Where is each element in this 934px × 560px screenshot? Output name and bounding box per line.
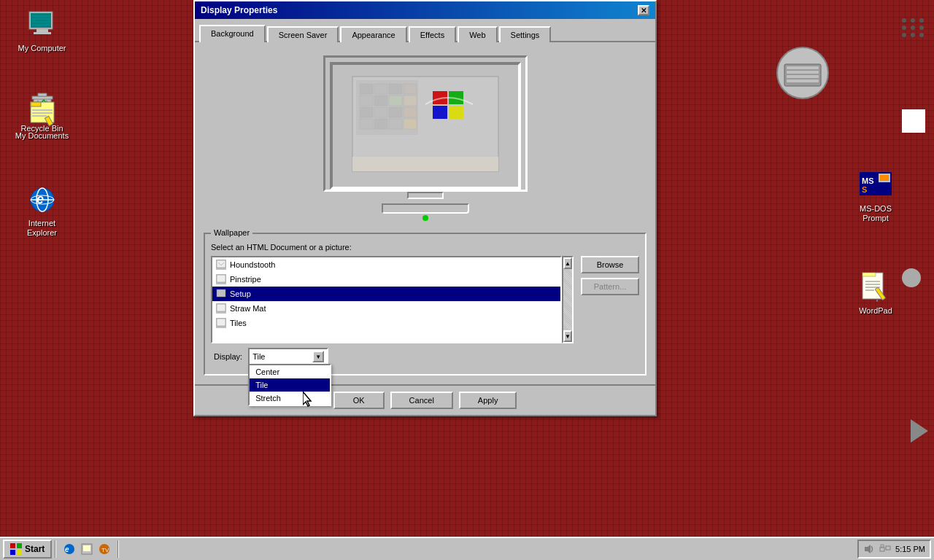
ie-icon: e xyxy=(25,182,60,217)
dialog-titlebar: Display Properties ✕ xyxy=(195,1,655,19)
wallpaper-listbox[interactable]: Houndstooth Pinstripe xyxy=(211,256,562,343)
taskbar-volume-icon[interactable] xyxy=(863,543,875,555)
svg-text:e: e xyxy=(36,192,44,206)
taskbar-network-icon[interactable] xyxy=(879,543,891,555)
tab-screensaver[interactable]: Screen Saver xyxy=(267,26,339,42)
svg-rect-77 xyxy=(10,543,15,548)
dropdown-option-center[interactable]: Center xyxy=(250,365,330,378)
taskbar-icon-ie[interactable]: e xyxy=(62,542,77,556)
wordpad-label: WordPad xyxy=(846,306,905,316)
taskbar-icon-3[interactable]: TV xyxy=(97,542,112,556)
keyboard-icon-area xyxy=(817,22,876,80)
start-button[interactable]: Start xyxy=(3,540,52,559)
wallpaper-item-icon-5 xyxy=(215,317,227,329)
desktop-icon-my-computer[interactable]: My Computer xyxy=(15,7,69,53)
taskbar-icon-2[interactable] xyxy=(80,542,94,556)
svg-rect-78 xyxy=(17,543,22,548)
svg-rect-65 xyxy=(352,157,498,171)
svg-rect-56 xyxy=(404,107,417,117)
wallpaper-group: Wallpaper Select an HTML Document or a p… xyxy=(204,233,647,376)
display-section: Display: Tile ▼ Center Tile Stretch xyxy=(214,348,636,365)
svg-rect-14 xyxy=(32,112,53,114)
wallpaper-item-icon-4 xyxy=(215,303,227,314)
svg-rect-15 xyxy=(32,115,47,117)
list-item-houndstooth[interactable]: Houndstooth xyxy=(212,257,560,272)
svg-rect-79 xyxy=(10,550,15,555)
list-item-label: Houndstooth xyxy=(230,260,275,269)
svg-rect-51 xyxy=(389,96,402,106)
tab-appearance[interactable]: Appearance xyxy=(340,26,406,42)
wordpad-icon xyxy=(858,270,893,305)
svg-rect-71 xyxy=(217,289,225,297)
svg-rect-88 xyxy=(880,548,884,551)
dialog-content: Wallpaper Select an HTML Document or a p… xyxy=(195,41,655,384)
scrollbar-up-btn[interactable]: ▲ xyxy=(563,257,572,269)
list-item-setup[interactable]: Setup xyxy=(212,287,560,301)
wallpaper-side-buttons: Browse Pattern... xyxy=(581,256,639,343)
display-dropdown-wrapper: Tile ▼ Center Tile Stretch xyxy=(248,348,328,365)
svg-rect-46 xyxy=(374,84,387,94)
svg-rect-53 xyxy=(360,107,373,117)
browse-button[interactable]: Browse xyxy=(581,256,639,273)
tab-background[interactable]: Background xyxy=(199,25,266,42)
list-item-tiles[interactable]: Tiles xyxy=(212,316,560,330)
pattern-button[interactable]: Pattern... xyxy=(581,278,639,295)
svg-rect-84 xyxy=(83,545,90,551)
svg-rect-24 xyxy=(787,66,819,69)
list-item-label-2: Pinstripe xyxy=(230,275,261,284)
svg-marker-28 xyxy=(911,419,928,443)
svg-rect-25 xyxy=(787,71,819,74)
ie-label: Internet Explorer xyxy=(15,219,69,238)
dropdown-option-stretch[interactable]: Stretch xyxy=(250,392,330,405)
list-item-label-4: Straw Mat xyxy=(230,304,266,313)
desktop-icon-my-documents[interactable]: My Documents xyxy=(15,95,69,141)
wallpaper-item-icon xyxy=(215,259,227,271)
scrollbar-track xyxy=(563,269,572,330)
wallpaper-group-label: Wallpaper xyxy=(211,228,252,237)
apply-button[interactable]: Apply xyxy=(459,392,517,409)
svg-rect-50 xyxy=(374,96,387,106)
display-properties-dialog: Display Properties ✕ Background Screen S… xyxy=(193,0,657,416)
wallpaper-item-icon-3 xyxy=(215,288,227,300)
svg-rect-69 xyxy=(217,275,225,282)
svg-rect-26 xyxy=(787,75,819,78)
dropdown-arrow-icon[interactable]: ▼ xyxy=(312,351,324,362)
my-documents-label: My Documents xyxy=(15,131,69,141)
monitor-screen-inner xyxy=(333,65,518,187)
display-dropdown[interactable]: Tile ▼ xyxy=(248,348,328,365)
list-item-strawmat[interactable]: Straw Mat xyxy=(212,301,560,316)
cancel-button[interactable]: Cancel xyxy=(390,392,453,409)
svg-rect-2 xyxy=(36,29,48,32)
dialog-close-button[interactable]: ✕ xyxy=(638,5,649,15)
desktop-icon-msdos[interactable]: MS S MS-DOS Prompt xyxy=(846,168,905,223)
msdos-icon: MS S xyxy=(858,168,893,203)
dropdown-option-tile[interactable]: Tile xyxy=(250,378,330,392)
tab-settings[interactable]: Settings xyxy=(499,26,552,42)
monitor-base xyxy=(323,192,528,222)
desktop-icon-wordpad[interactable]: WordPad xyxy=(846,270,905,316)
desktop: My Computer Recycle Bin xyxy=(0,0,934,560)
my-computer-icon xyxy=(25,7,60,42)
desktop-icon-ie[interactable]: e Internet Explorer xyxy=(15,182,69,238)
svg-rect-67 xyxy=(217,260,225,268)
svg-rect-52 xyxy=(404,96,417,106)
svg-rect-47 xyxy=(389,84,402,94)
my-documents-icon xyxy=(25,95,60,130)
svg-rect-64 xyxy=(449,106,463,119)
wallpaper-scrollbar[interactable]: ▲ ▼ xyxy=(562,256,574,343)
dots-grid xyxy=(902,18,925,37)
arrow-right-icon[interactable] xyxy=(911,419,928,444)
taskbar: Start e TV xyxy=(0,537,934,560)
start-logo-icon xyxy=(10,543,22,555)
scrollbar-down-btn[interactable]: ▼ xyxy=(563,330,572,342)
tab-web[interactable]: Web xyxy=(458,26,497,42)
system-clock: 5:15 PM xyxy=(895,545,925,553)
svg-rect-63 xyxy=(433,106,447,119)
list-item-label-3: Setup xyxy=(230,289,251,298)
tab-effects[interactable]: Effects xyxy=(409,26,456,42)
svg-rect-57 xyxy=(360,119,373,129)
svg-rect-13 xyxy=(32,109,53,111)
ok-button[interactable]: OK xyxy=(333,392,385,409)
msdos-label: MS-DOS Prompt xyxy=(846,204,905,223)
list-item-pinstripe[interactable]: Pinstripe xyxy=(212,272,560,287)
